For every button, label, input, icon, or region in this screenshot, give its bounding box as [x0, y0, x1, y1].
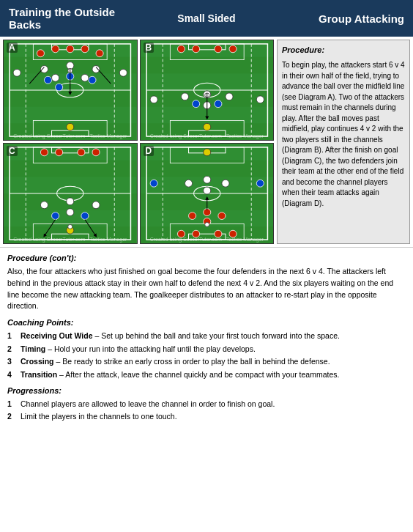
svg-point-60: [203, 123, 210, 130]
svg-point-20: [89, 76, 96, 84]
svg-point-15: [67, 45, 74, 53]
svg-point-78: [56, 149, 63, 156]
svg-point-13: [37, 50, 44, 57]
watermark-c: Created using SoccerTutor.com - Tactics …: [13, 237, 127, 242]
svg-point-16: [81, 45, 89, 53]
svg-point-54: [181, 93, 188, 100]
coaching-point-4-text: Transition – After the attack, leave the…: [21, 369, 339, 380]
svg-point-58: [150, 96, 157, 103]
coaching-point-3: 3 Crossing – Be ready to strike an early…: [7, 356, 406, 367]
bottom-section: Procedure (con't): Also, the four attack…: [0, 247, 413, 434]
svg-point-28: [119, 69, 127, 76]
svg-point-120: [204, 222, 209, 226]
svg-point-52: [192, 100, 199, 108]
svg-point-109: [185, 180, 192, 187]
svg-point-21: [56, 84, 63, 91]
svg-point-115: [203, 149, 210, 156]
svg-point-22: [40, 65, 48, 73]
svg-point-77: [40, 149, 48, 156]
svg-point-49: [192, 45, 199, 53]
svg-point-25: [52, 74, 59, 81]
svg-point-56: [225, 93, 232, 100]
progression-2-num: 2: [7, 411, 16, 422]
svg-point-59: [256, 96, 264, 103]
svg-rect-65: [4, 144, 137, 160]
coaching-point-1-num: 1: [7, 330, 16, 341]
watermark-b: Created using SoccerTutor.com - Tactics …: [150, 133, 264, 138]
svg-point-29: [67, 123, 74, 130]
svg-point-118: [217, 213, 225, 220]
svg-point-53: [214, 100, 221, 108]
svg-point-116: [188, 213, 196, 220]
coaching-point-3-num: 3: [7, 356, 16, 367]
watermark-a: Created using SoccerTutor.com - Tactics …: [13, 133, 127, 138]
svg-rect-37: [141, 73, 274, 90]
progression-1: 1 Channel players are allowed to leave t…: [7, 399, 406, 410]
coaching-point-1-text: Receiving Out Wide – Set up behind the b…: [21, 330, 340, 341]
coaching-point-2-text: Timing – Hold your run into the attackin…: [21, 344, 256, 355]
svg-point-17: [96, 50, 103, 57]
svg-point-14: [52, 45, 59, 53]
svg-point-51: [229, 45, 237, 53]
coaching-point-3-text: Crossing – Be ready to strike an early c…: [21, 356, 330, 367]
svg-point-83: [40, 202, 48, 209]
svg-point-113: [150, 180, 157, 187]
coaching-points-list: 1 Receiving Out Wide – Set up behind the…: [7, 330, 406, 380]
progressions-title: Progressions:: [7, 386, 406, 395]
diagram-c: C: [3, 143, 138, 244]
svg-point-23: [67, 62, 74, 70]
svg-point-82: [81, 213, 89, 220]
svg-point-27: [13, 69, 21, 76]
diagram-b: B: [140, 40, 275, 141]
progression-2-text: Limit the players in the channels to one…: [21, 411, 177, 422]
svg-point-80: [92, 149, 100, 156]
svg-rect-66: [4, 177, 137, 193]
svg-point-24: [92, 65, 100, 73]
header-title-left: Training the Outside Backs: [9, 6, 141, 31]
progression-1-num: 1: [7, 399, 16, 410]
svg-point-50: [214, 45, 221, 53]
diagram-a-label: A: [7, 43, 18, 53]
procedure-panel: Procedure: To begin play, the attackers …: [277, 40, 410, 244]
field-c: Created using SoccerTutor.com - Tactics …: [4, 144, 137, 243]
diagram-d: D: [140, 143, 275, 244]
coaching-points-title: Coaching Points:: [7, 318, 406, 327]
svg-point-111: [221, 180, 228, 187]
procedure-cont-text: Also, the four attackers who just finish…: [7, 266, 406, 312]
watermark-d: Created using SoccerTutor.com - Tactics …: [150, 237, 264, 242]
progressions-list: 1 Channel players are allowed to leave t…: [7, 399, 406, 422]
diagram-c-label: C: [7, 146, 18, 156]
coaching-point-4-num: 4: [7, 369, 16, 380]
diagrams-grid: A: [3, 40, 274, 244]
field-d: Created using SoccerTutor.com - Tactics …: [141, 144, 274, 243]
coaching-point-1: 1 Receiving Out Wide – Set up behind the…: [7, 330, 406, 341]
diagram-b-label: B: [144, 43, 155, 53]
svg-point-79: [78, 149, 85, 156]
svg-point-112: [203, 187, 210, 194]
svg-point-81: [52, 213, 59, 220]
svg-point-18: [44, 76, 51, 84]
svg-point-48: [177, 45, 185, 53]
coaching-point-2-num: 2: [7, 344, 16, 355]
svg-point-86: [67, 209, 74, 216]
progression-1-text: Channel players are allowed to leave the…: [21, 399, 275, 410]
header-title-right: Group Attacking: [272, 12, 404, 25]
procedure-title: Procedure:: [282, 45, 405, 56]
header-title-center: Small Sided: [141, 12, 272, 24]
svg-rect-3: [4, 107, 137, 124]
svg-point-110: [203, 176, 210, 183]
svg-point-114: [256, 180, 264, 187]
field-b: Created using SoccerTutor.com - Tactics …: [141, 40, 274, 140]
page-header: Training the Outside Backs Small Sided G…: [0, 0, 413, 37]
diagram-a: A: [3, 40, 138, 141]
svg-point-88: [68, 224, 72, 229]
procedure-cont-title: Procedure (con't):: [7, 254, 406, 262]
svg-point-84: [67, 198, 74, 205]
main-content-area: A: [0, 37, 413, 247]
svg-point-85: [92, 202, 100, 209]
coaching-point-4: 4 Transition – After the attack, leave t…: [7, 369, 406, 380]
field-a: Created using SoccerTutor.com - Tactics …: [4, 40, 137, 140]
svg-point-26: [81, 74, 89, 81]
coaching-point-2: 2 Timing – Hold your run into the attack…: [7, 344, 406, 355]
progression-2: 2 Limit the players in the channels to o…: [7, 411, 406, 422]
